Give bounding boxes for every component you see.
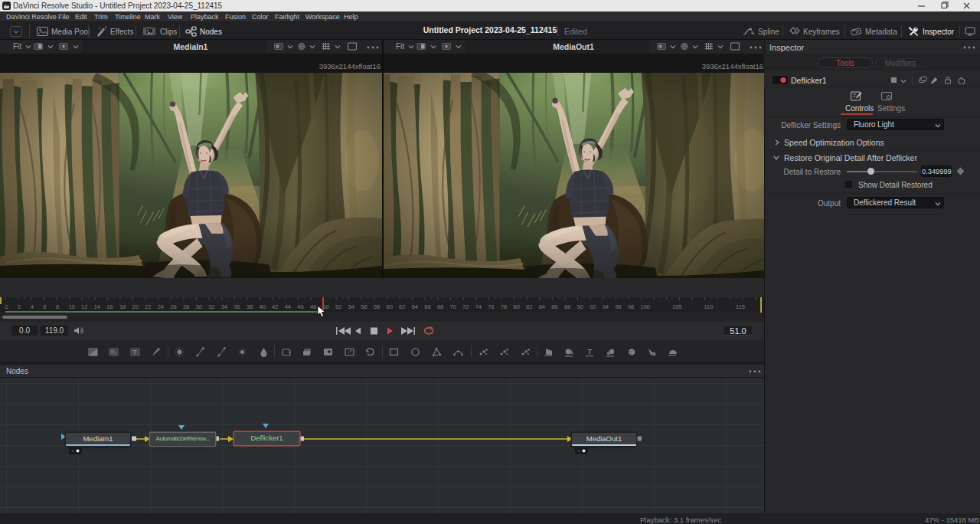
svg-text:T: T	[132, 349, 137, 356]
svg-text:T: T	[588, 348, 593, 355]
